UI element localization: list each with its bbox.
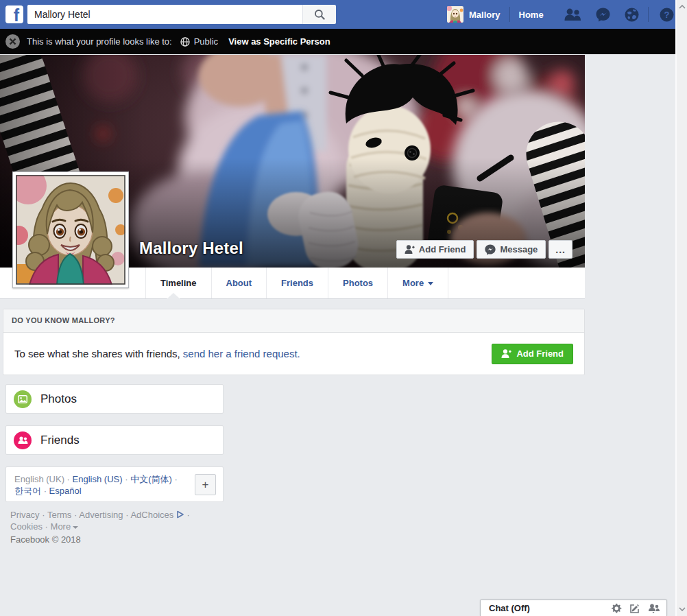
search-button[interactable] [302, 5, 336, 24]
new-message-button[interactable] [629, 603, 640, 614]
facebook-logo-letter: f [14, 8, 19, 23]
add-language-button[interactable]: + [195, 474, 216, 495]
footer-more-caret-icon [73, 526, 78, 529]
footer-link-cookies[interactable]: Cookies [10, 521, 43, 532]
help-icon: ? [660, 8, 674, 22]
add-friend-label: Add Friend [419, 244, 466, 254]
add-friend-icon [405, 245, 415, 254]
view-as-message: This is what your profile looks like to: [27, 36, 172, 47]
add-friend-green-button[interactable]: Add Friend [492, 344, 573, 364]
footer-link-privacy[interactable]: Privacy [10, 510, 40, 520]
navbar-avatar[interactable] [447, 6, 463, 23]
top-navbar: f [0, 0, 675, 29]
facebook-profile-page: f [0, 0, 687, 616]
close-view-as-button[interactable] [5, 34, 20, 49]
notifications-button[interactable] [625, 8, 639, 22]
do-you-know-text: To see what she shares with friends, [14, 348, 180, 359]
footer-link-advertising[interactable]: Advertising [79, 510, 123, 520]
close-icon [9, 38, 16, 45]
navbar-profile-link[interactable]: Mallory [469, 10, 501, 20]
navbar-avatar-image [447, 6, 463, 23]
notifications-globe-icon [625, 8, 639, 22]
language-option-en-us[interactable]: English (US) [73, 474, 123, 484]
chat-status-label: Chat (Off) [489, 603, 530, 613]
footer-copyright: Facebook © 2018 [10, 534, 210, 545]
page-footer: Privacy · Terms · Advertising · AdChoice… [10, 509, 210, 545]
message-label: Message [500, 244, 538, 254]
navbar-divider [509, 7, 510, 22]
profile-name: Mallory Hetel [139, 239, 243, 258]
language-option-es[interactable]: Español [49, 486, 82, 496]
profile-picture[interactable] [12, 171, 129, 288]
tab-more[interactable]: More [387, 268, 448, 298]
compose-icon [629, 603, 640, 614]
contacts-icon [648, 604, 660, 613]
language-option-zh[interactable]: 中文(简体) [130, 474, 172, 484]
add-friend-green-label: Add Friend [516, 348, 564, 359]
chat-contacts-button[interactable] [648, 604, 660, 613]
search-input[interactable] [27, 5, 302, 24]
scroll-up-icon[interactable] [677, 2, 687, 12]
do-you-know-header: DO YOU KNOW MALLORY? [3, 309, 584, 333]
adchoices-icon [176, 510, 184, 519]
public-globe-icon [180, 37, 190, 47]
friends-section-card[interactable]: Friends [5, 425, 224, 455]
tab-photos[interactable]: Photos [328, 268, 387, 298]
messenger-icon [596, 8, 610, 22]
friends-icon [14, 431, 32, 449]
cover-action-buttons: Add Friend Message ... [396, 240, 572, 259]
footer-link-more[interactable]: More [51, 521, 71, 532]
view-as-bar: This is what your profile looks like to:… [0, 29, 675, 54]
view-as-specific-person-button[interactable]: View as Specific Person [228, 36, 330, 47]
footer-link-terms[interactable]: Terms [47, 510, 71, 520]
gear-icon [611, 603, 622, 614]
help-button[interactable]: ? [660, 8, 674, 22]
language-option-ko[interactable]: 한국어 [14, 486, 41, 496]
language-selector-card: English (UK) · English (US) · 中文(简体) · 한… [5, 466, 224, 502]
view-as-audience: Public [194, 36, 218, 47]
message-icon [485, 244, 496, 255]
tab-friends[interactable]: Friends [266, 268, 328, 298]
friends-section-label: Friends [40, 434, 80, 447]
send-friend-request-link[interactable]: send her a friend request. [183, 348, 300, 359]
messenger-button[interactable] [596, 8, 610, 22]
tab-about[interactable]: About [211, 268, 267, 298]
profile-picture-image [16, 175, 125, 285]
add-friend-button[interactable]: Add Friend [396, 240, 474, 259]
active-tab-notch [167, 293, 180, 299]
navbar-home-link[interactable]: Home [519, 10, 544, 20]
add-friend-icon [501, 349, 511, 358]
scroll-down-icon[interactable] [677, 604, 687, 614]
navbar-right-cluster: Mallory Home [439, 0, 687, 29]
svg-text:?: ? [664, 10, 669, 20]
navbar-divider [648, 7, 649, 22]
chat-settings-button[interactable] [611, 603, 622, 614]
search-icon [314, 9, 326, 21]
chevron-down-icon [428, 282, 433, 285]
friend-requests-icon [564, 8, 581, 21]
friend-requests-button[interactable] [564, 8, 581, 21]
do-you-know-box: DO YOU KNOW MALLORY? To see what she sha… [3, 309, 585, 375]
chat-bar[interactable]: Chat (Off) [480, 600, 667, 616]
language-current: English (UK) [14, 474, 64, 484]
photos-icon [14, 390, 32, 408]
footer-link-adchoices[interactable]: AdChoices [130, 510, 173, 520]
message-button[interactable]: Message [477, 240, 546, 259]
photos-section-label: Photos [40, 392, 77, 406]
more-options-button[interactable]: ... [549, 240, 572, 259]
vertical-scrollbar[interactable] [675, 0, 687, 616]
photos-section-card[interactable]: Photos [5, 384, 224, 414]
search-bar [27, 5, 336, 24]
facebook-logo[interactable]: f [5, 5, 23, 23]
